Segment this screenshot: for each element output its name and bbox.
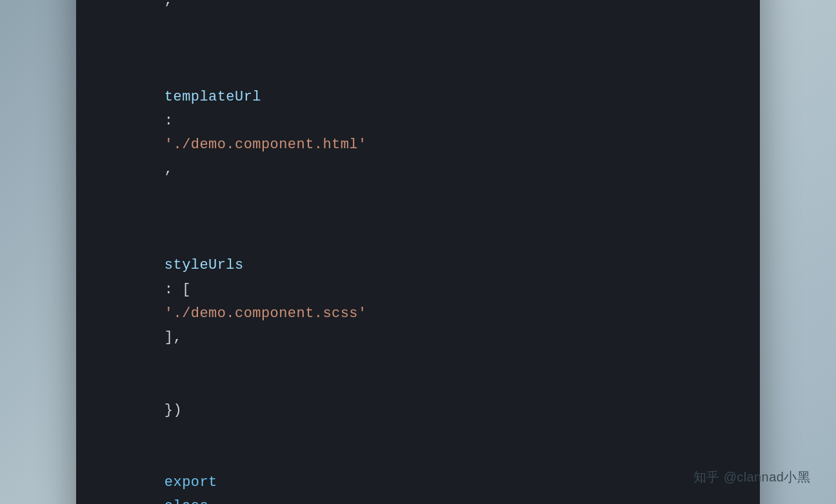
code-area: import { Component, Input } from '@angul… — [76, 0, 760, 504]
watermark: 知乎 @clannad小黑 — [693, 469, 810, 486]
code-line-7: }) — [112, 374, 724, 446]
code-line-8: export class DemoComponent { — [112, 446, 724, 504]
code-line-5: templateUrl : './demo.component.html' , — [112, 37, 724, 206]
code-window: import { Component, Input } from '@angul… — [76, 0, 760, 504]
code-line-4: selector : 'cla-demo' , — [112, 0, 724, 37]
code-line-6: styleUrls : [ './demo.component.scss' ], — [112, 206, 724, 374]
